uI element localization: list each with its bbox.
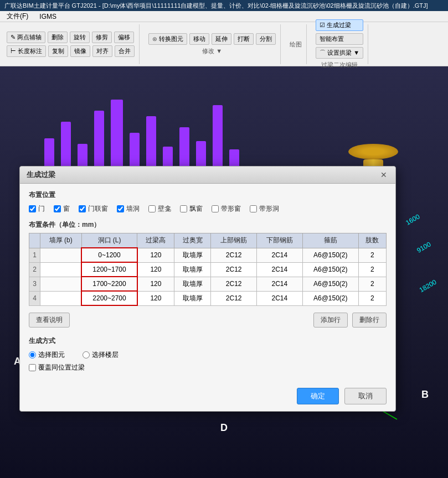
add-row-button[interactable]: 添加行	[313, 313, 348, 328]
checkbox-window-label: 窗	[63, 204, 70, 214]
btn-mirror[interactable]: 镜像	[70, 45, 90, 57]
modify-label[interactable]: 修改 ▼	[148, 47, 276, 55]
col-header-stirrup: 箍筋	[302, 233, 358, 248]
cell-height-2[interactable]: 120	[137, 262, 174, 277]
checkbox-door-input[interactable]	[29, 205, 36, 212]
col-header-top-rebar: 上部钢筋	[211, 233, 257, 248]
cell-opening-4[interactable]: 2200~2700	[81, 291, 137, 305]
drawing-label: 绘图	[290, 40, 302, 49]
checkbox-window-input[interactable]	[54, 205, 61, 212]
cell-stirrup-2[interactable]: A6@150(2)	[302, 262, 358, 277]
cell-limbs-4[interactable]: 2	[358, 291, 386, 305]
table-action-right: 添加行 删除行	[313, 313, 387, 328]
cell-stirrup-1[interactable]: A6@150(2)	[302, 248, 358, 262]
checkbox-floating-window-input[interactable]	[180, 205, 187, 212]
btn-trim[interactable]: 修剪	[92, 32, 112, 43]
checkbox-wall-niche[interactable]: 壁龛	[148, 204, 171, 214]
checkbox-door-window[interactable]: 门联窗	[79, 204, 108, 214]
table-row[interactable]: 4 2200~2700 120 取墙厚 2C12 2C14 A6@150(2) …	[29, 291, 387, 305]
delete-row-button[interactable]: 删除行	[352, 313, 387, 328]
checkbox-bay-hole-label: 带形洞	[259, 204, 279, 214]
checkbox-bay-hole[interactable]: 带形洞	[250, 204, 279, 214]
cell-top-rebar-1[interactable]: 2C12	[211, 248, 257, 262]
dialog-header: 生成过梁 ✕	[20, 167, 395, 184]
btn-convert[interactable]: ⊙ 转换图元	[148, 33, 187, 45]
cell-bottom-rebar-3[interactable]: 2C14	[257, 277, 303, 291]
cell-width-2[interactable]: 取墙厚	[174, 262, 210, 277]
cell-wall-1[interactable]	[40, 248, 82, 262]
btn-rotate[interactable]: 旋转	[70, 32, 90, 43]
checkbox-wall-hole[interactable]: 墙洞	[117, 204, 140, 214]
btn-two-point-axis[interactable]: ✎ 两点辅轴	[7, 32, 45, 43]
cell-top-rebar-3[interactable]: 2C12	[211, 277, 257, 291]
radio-row: 选择图元 选择楼层	[29, 350, 387, 360]
menu-igms[interactable]: IGMS	[37, 12, 59, 22]
view-notes-button[interactable]: 查看说明	[29, 313, 70, 328]
cell-limbs-3[interactable]: 2	[358, 277, 386, 291]
btn-set-arch[interactable]: ⌒ 设置拱梁 ▼	[316, 47, 363, 59]
dialog-footer: 确定 取消	[20, 383, 395, 411]
cell-limbs-1[interactable]: 2	[358, 248, 386, 262]
btn-align[interactable]: 对齐	[92, 45, 112, 57]
cell-bottom-rebar-1[interactable]: 2C14	[257, 248, 303, 262]
cell-wall-4[interactable]	[40, 291, 82, 305]
checkbox-door-window-input[interactable]	[79, 205, 86, 212]
menu-file[interactable]: 文件(F)	[4, 11, 30, 22]
btn-move[interactable]: 移动	[189, 33, 209, 45]
btn-merge[interactable]: 合并	[115, 45, 135, 57]
cell-bottom-rebar-4[interactable]: 2C14	[257, 291, 303, 305]
checkbox-wall-hole-input[interactable]	[117, 205, 124, 212]
cell-top-rebar-4[interactable]: 2C12	[211, 291, 257, 305]
radio-select-floor-input[interactable]	[83, 351, 90, 358]
radio-select-element[interactable]: 选择图元	[29, 350, 65, 360]
cell-stirrup-3[interactable]: A6@150(2)	[302, 277, 358, 291]
checkbox-cover[interactable]: 覆盖同位置过梁	[29, 363, 387, 372]
confirm-button[interactable]: 确定	[297, 388, 339, 404]
checkbox-bay-window-label: 带形窗	[221, 204, 241, 214]
btn-smart-layout[interactable]: 智能布置	[316, 33, 363, 45]
btn-split[interactable]: 分割	[256, 33, 276, 45]
cell-height-1[interactable]: 120	[137, 248, 174, 262]
table-row[interactable]: 1 0~1200 120 取墙厚 2C12 2C14 A6@150(2) 2	[29, 248, 387, 262]
cell-bottom-rebar-2[interactable]: 2C14	[257, 262, 303, 277]
cell-wall-2[interactable]	[40, 262, 82, 277]
checkbox-wall-niche-input[interactable]	[148, 205, 156, 212]
radio-select-element-input[interactable]	[29, 351, 36, 358]
cell-wall-3[interactable]	[40, 277, 82, 291]
cell-height-4[interactable]: 120	[137, 291, 174, 305]
cell-top-rebar-2[interactable]: 2C12	[211, 262, 257, 277]
btn-offset[interactable]: 偏移	[114, 32, 134, 43]
checkbox-door[interactable]: 门	[29, 204, 45, 214]
cell-opening-2[interactable]: 1200~1700	[81, 262, 137, 277]
checkbox-cover-input[interactable]	[29, 364, 36, 371]
generate-beam-dialog: 生成过梁 ✕ 布置位置 门 窗	[19, 166, 396, 412]
btn-length-mark[interactable]: ⊢ 长度标注	[7, 45, 46, 57]
close-button[interactable]: ✕	[379, 170, 389, 180]
btn-generate-beam[interactable]: ☑ 生成过梁	[316, 19, 363, 31]
table-row[interactable]: 2 1200~1700 120 取墙厚 2C12 2C14 A6@150(2) …	[29, 262, 387, 277]
cancel-button[interactable]: 取消	[344, 388, 387, 404]
toolbar-group-transform: ⊙ 转换图元 移动 延伸 打断 分割 修改 ▼	[144, 24, 281, 64]
col-header-wall-thick: 墙厚 (b)	[40, 233, 82, 248]
checkbox-window[interactable]: 窗	[54, 204, 70, 214]
checkbox-bay-window[interactable]: 带形窗	[212, 204, 241, 214]
cell-width-3[interactable]: 取墙厚	[174, 277, 210, 291]
cell-stirrup-4[interactable]: A6@150(2)	[302, 291, 358, 305]
cell-height-3[interactable]: 120	[137, 277, 174, 291]
btn-copy[interactable]: 复制	[48, 45, 68, 57]
cell-width-1[interactable]: 取墙厚	[174, 248, 210, 262]
cell-opening-3[interactable]: 1700~2200	[81, 277, 137, 291]
cell-width-4[interactable]: 取墙厚	[174, 291, 210, 305]
radio-select-floor[interactable]: 选择楼层	[83, 350, 119, 360]
btn-extend[interactable]: 延伸	[212, 33, 231, 45]
cell-opening-1[interactable]: 0~1200	[81, 248, 137, 262]
table-row[interactable]: 3 1700~2200 120 取墙厚 2C12 2C14 A6@150(2) …	[29, 277, 387, 291]
col-header-limbs: 肢数	[358, 233, 386, 248]
cell-limbs-2[interactable]: 2	[358, 262, 386, 277]
btn-delete[interactable]: 删除	[48, 32, 68, 43]
checkbox-floating-window[interactable]: 飘窗	[180, 204, 203, 214]
col-header-opening: 洞口 (L)	[81, 233, 137, 248]
btn-break[interactable]: 打断	[234, 33, 254, 45]
checkbox-bay-hole-input[interactable]	[250, 205, 257, 212]
checkbox-bay-window-input[interactable]	[212, 205, 219, 212]
